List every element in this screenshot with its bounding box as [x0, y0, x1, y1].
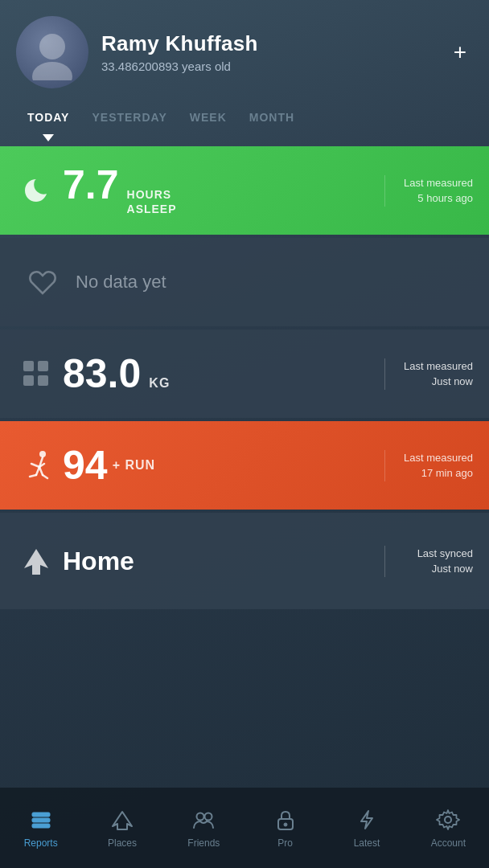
sleep-card[interactable]: 7.7 HOURS ASLEEP Last measured 5 hours a…	[0, 146, 489, 235]
heart-icon	[23, 264, 63, 300]
layers-icon	[28, 807, 54, 833]
header: Ramy Khuffash 33.486200893 years old +	[0, 0, 489, 96]
bottom-navigation: Reports Places Friends	[0, 788, 489, 868]
user-name: Ramy Khuffash	[101, 31, 258, 56]
weight-card[interactable]: 83.0 KG Last measured Just now	[0, 330, 489, 418]
home-timestamp: Last synced Just now	[384, 546, 473, 577]
nav-pro[interactable]: Pro	[244, 800, 326, 855]
runner-icon	[16, 446, 56, 485]
svg-point-20	[284, 823, 287, 826]
lock-icon	[273, 807, 298, 833]
svg-point-18	[205, 813, 212, 821]
sleep-value: 7.7	[63, 165, 119, 205]
nav-latest[interactable]: Latest	[326, 800, 407, 855]
sleep-icon	[16, 173, 56, 208]
run-unit: + RUN	[113, 458, 155, 473]
add-button[interactable]: +	[447, 35, 473, 70]
tab-month[interactable]: MONTH	[238, 104, 306, 130]
run-card[interactable]: 94 + RUN Last measured 17 min ago	[0, 421, 489, 510]
tab-today[interactable]: TODAY	[16, 104, 80, 130]
nav-latest-label: Latest	[354, 837, 380, 849]
no-data-label: No data yet	[76, 272, 166, 293]
weight-icon	[16, 357, 56, 391]
home-value: Home	[63, 547, 134, 576]
svg-rect-16	[32, 824, 50, 828]
period-tabs: TODAY YESTERDAY WEEK MONTH	[0, 96, 489, 130]
flash-icon	[354, 807, 380, 833]
tab-week[interactable]: WEEK	[179, 104, 238, 130]
tab-yesterday[interactable]: YESTERDAY	[80, 104, 178, 130]
run-value: 94	[63, 445, 108, 485]
heart-card[interactable]: No data yet	[0, 238, 489, 326]
svg-rect-5	[38, 375, 48, 386]
nav-places[interactable]: Places	[81, 800, 162, 855]
navigation-icon	[109, 807, 135, 833]
user-age: 33.486200893 years old	[101, 59, 258, 73]
svg-point-21	[445, 817, 451, 823]
svg-point-0	[39, 34, 65, 59]
friends-icon	[191, 807, 216, 833]
svg-line-12	[39, 467, 43, 475]
sleep-timestamp: Last measured 5 hours ago	[384, 175, 473, 207]
nav-account[interactable]: Account	[408, 800, 489, 855]
nav-places-label: Places	[108, 837, 137, 849]
nav-account-label: Account	[431, 837, 466, 849]
svg-line-13	[43, 475, 47, 478]
location-icon	[16, 544, 56, 578]
nav-pro-label: Pro	[277, 837, 293, 849]
run-timestamp: Last measured 17 min ago	[384, 450, 473, 481]
weight-unit: KG	[149, 376, 170, 391]
avatar	[16, 16, 88, 88]
svg-line-8	[31, 464, 39, 467]
nav-reports[interactable]: Reports	[0, 800, 81, 855]
svg-point-1	[32, 62, 72, 80]
svg-line-11	[30, 475, 36, 477]
svg-rect-4	[23, 375, 34, 386]
svg-rect-15	[32, 818, 50, 822]
svg-rect-14	[32, 813, 50, 817]
gear-icon	[435, 807, 461, 833]
nav-friends[interactable]: Friends	[163, 800, 244, 855]
svg-rect-2	[23, 361, 34, 371]
metrics-cards: 7.7 HOURS ASLEEP Last measured 5 hours a…	[0, 146, 489, 788]
weight-value: 83.0	[63, 354, 141, 394]
svg-rect-3	[38, 361, 48, 371]
nav-reports-label: Reports	[24, 837, 58, 849]
home-card[interactable]: Home Last synced Just now	[0, 513, 489, 609]
nav-friends-label: Friends	[187, 837, 220, 849]
weight-timestamp: Last measured Just now	[384, 358, 473, 390]
svg-point-17	[197, 813, 204, 821]
